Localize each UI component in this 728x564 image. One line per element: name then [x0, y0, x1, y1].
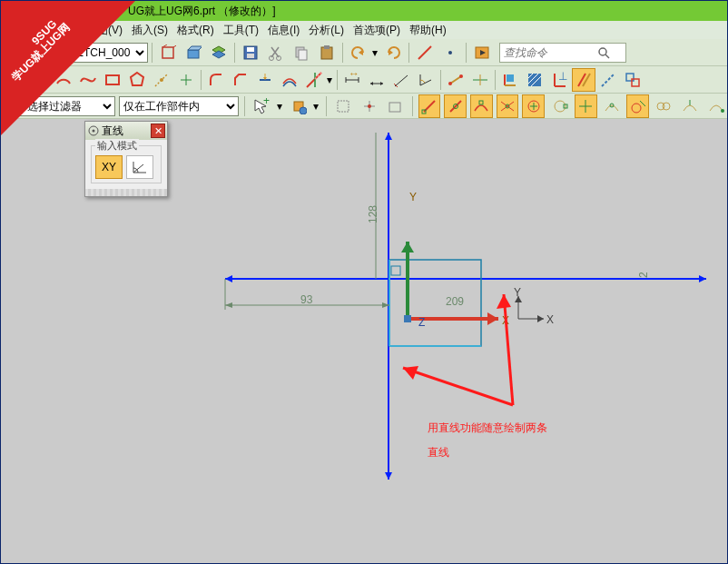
title-bar: UG就上UG网6.prt （修改的）] — [1, 1, 727, 21]
snap-2crv-icon[interactable] — [653, 94, 675, 118]
hatched-icon[interactable] — [523, 68, 546, 92]
fillet-icon[interactable] — [204, 68, 228, 92]
snap-box-icon[interactable] — [332, 94, 355, 118]
dim-rapid-icon[interactable]: ↔ — [340, 68, 364, 92]
snap-quad-icon[interactable] — [548, 94, 571, 118]
conv-ref-icon[interactable] — [596, 68, 620, 92]
snap-mid-icon[interactable] — [444, 94, 467, 118]
cut-icon[interactable] — [264, 41, 288, 64]
dim-align-icon[interactable] — [389, 68, 413, 92]
menu-analyze[interactable]: 分析(L) — [305, 22, 348, 39]
snap-center-icon[interactable] — [522, 94, 545, 118]
svg-marker-46 — [380, 82, 383, 85]
svg-marker-9 — [212, 51, 225, 58]
snap-pole-icon[interactable] — [704, 94, 727, 118]
svg-rect-81 — [479, 101, 483, 104]
snap-end-icon[interactable] — [418, 94, 441, 118]
svg-rect-110 — [389, 260, 481, 346]
search-icon[interactable] — [595, 44, 613, 62]
svg-line-21 — [418, 46, 431, 59]
rect-icon[interactable] — [101, 68, 124, 92]
para-icon[interactable] — [572, 68, 595, 92]
paste-icon[interactable] — [315, 41, 339, 64]
svg-point-93 — [632, 104, 641, 113]
constr-display-icon[interactable] — [498, 68, 522, 92]
project-icon[interactable] — [253, 68, 277, 92]
undo-icon[interactable] — [347, 41, 370, 64]
svg-marker-140 — [497, 294, 511, 309]
copy-icon[interactable] — [290, 41, 313, 64]
snap-exist-icon[interactable] — [575, 94, 597, 118]
point-tool-icon[interactable] — [174, 68, 198, 92]
constr-collinear-icon[interactable] — [444, 68, 467, 92]
menu-format[interactable]: 格式(R) — [173, 22, 218, 39]
filter-combo[interactable]: 有选择过滤器 — [12, 96, 115, 116]
svg-point-22 — [448, 51, 452, 54]
cube-icon[interactable] — [156, 41, 180, 64]
svg-marker-117 — [401, 242, 414, 252]
snap-ctrl-icon[interactable] — [470, 94, 493, 118]
search-input[interactable] — [500, 46, 595, 59]
svg-marker-19 — [359, 49, 363, 55]
svg-rect-118 — [404, 315, 411, 322]
line-red-icon[interactable] — [413, 41, 437, 64]
snap-tan-icon[interactable] — [626, 94, 649, 118]
svg-text:Y: Y — [514, 286, 521, 299]
svg-line-27 — [8, 74, 21, 86]
polygon-icon[interactable] — [125, 68, 149, 92]
centerline-icon[interactable] — [150, 68, 173, 92]
dialog-titlebar[interactable]: 直线 ✕ — [85, 122, 167, 140]
spline-icon[interactable] — [76, 68, 100, 92]
trim-icon[interactable] — [302, 68, 326, 92]
perp-icon[interactable]: ⊥ — [547, 68, 571, 92]
snap-near-icon[interactable] — [679, 94, 702, 118]
input-mode-label: 输入模式 — [95, 139, 139, 153]
xy-mode-button[interactable]: XY — [95, 155, 123, 179]
svg-text:⊥: ⊥ — [558, 71, 567, 83]
dot-icon[interactable] — [438, 41, 462, 64]
select-feat-icon[interactable] — [287, 94, 310, 118]
drawing-canvas[interactable]: 直线 ✕ 输入模式 XY — [1, 119, 727, 564]
snap-int-icon[interactable] — [497, 94, 519, 118]
snap-a-icon[interactable] — [384, 94, 407, 118]
menu-help[interactable]: 帮助(H) — [406, 22, 450, 39]
scope-combo[interactable]: 仅在工作部件内 — [119, 96, 240, 116]
dim-horiz-icon[interactable] — [365, 68, 389, 92]
close-icon[interactable]: ✕ — [151, 124, 165, 138]
menu-tools[interactable]: 工具(T) — [220, 22, 262, 39]
offset-icon[interactable] — [278, 68, 301, 92]
chamfer-icon[interactable] — [229, 68, 252, 92]
line-dialog[interactable]: 直线 ✕ 输入模式 XY — [84, 121, 168, 197]
polar-mode-button[interactable] — [126, 155, 153, 179]
record-icon[interactable] — [470, 41, 494, 64]
select-add-icon[interactable]: + — [251, 94, 273, 118]
svg-rect-12 — [247, 54, 254, 58]
dialog-grip[interactable] — [85, 189, 167, 196]
sketch-combo[interactable]: SKETCH_000 — [57, 43, 148, 63]
toolbar-row-2: ▾ ↔ ⊥ — [1, 66, 727, 94]
attach-icon[interactable] — [621, 68, 644, 92]
svg-text:Z: Z — [418, 316, 425, 329]
svg-rect-67 — [626, 74, 634, 81]
svg-point-98 — [721, 109, 724, 113]
redo-icon[interactable] — [381, 41, 405, 64]
svg-marker-115 — [487, 312, 498, 325]
command-search[interactable] — [499, 43, 626, 63]
menu-view[interactable]: 视图(V) — [83, 22, 126, 39]
arc-tool-icon[interactable] — [27, 68, 51, 92]
svg-line-5 — [173, 45, 176, 47]
line-tool-icon[interactable] — [3, 68, 26, 92]
svg-marker-129 — [225, 302, 232, 308]
save-icon[interactable] — [239, 41, 262, 64]
view3d-icon[interactable] — [182, 41, 205, 64]
menu-info[interactable]: 信息(I) — [264, 22, 303, 39]
constr-mid-icon[interactable] — [468, 68, 492, 92]
arc2-icon[interactable] — [52, 68, 75, 92]
svg-marker-108 — [225, 275, 232, 282]
dim-angle-icon[interactable] — [414, 68, 438, 92]
snap-pt-icon[interactable] — [358, 94, 380, 118]
menu-insert[interactable]: 插入(S) — [128, 22, 172, 39]
snap-oncrv-icon[interactable] — [601, 94, 624, 118]
menu-options[interactable]: 首选项(P) — [349, 22, 404, 39]
layers-icon[interactable] — [207, 41, 231, 64]
